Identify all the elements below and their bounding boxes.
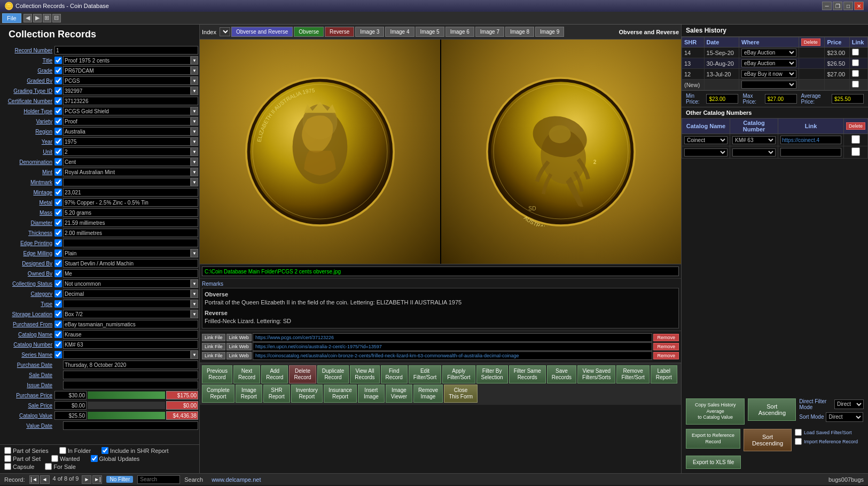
field-checkbox-certificate-number[interactable] <box>54 97 62 105</box>
sort-mode-select[interactable]: Direct <box>826 412 863 422</box>
field-dropdown-category[interactable]: ▼ <box>191 289 198 298</box>
catalog-link-input-1[interactable] <box>780 136 841 144</box>
field-checkbox-diameter[interactable] <box>54 219 62 226</box>
toolbar-icon-4[interactable]: ⊟ <box>52 14 61 22</box>
price-val2-sale[interactable] <box>166 401 198 410</box>
sort-ascending-button[interactable]: SortAscending <box>748 398 796 421</box>
remove-filter-sort-button[interactable]: RemoveFilter/Sort <box>616 365 649 383</box>
field-checkbox-title[interactable] <box>54 57 62 64</box>
insurance-report-button[interactable]: InsuranceReport <box>324 385 357 403</box>
field-checkbox-mintage[interactable] <box>54 189 62 196</box>
checkbox-in-folder[interactable] <box>59 447 66 454</box>
field-label-diameter[interactable]: Diameter <box>1 220 54 226</box>
field-label-holder-type[interactable]: Holder Type <box>1 108 54 114</box>
field-checkbox-graded-by[interactable] <box>54 77 62 84</box>
where-dropdown-new[interactable] <box>741 81 796 89</box>
link-check-14[interactable] <box>852 49 859 56</box>
where-dropdown-12[interactable]: eBay Buy it now <box>741 70 796 78</box>
field-label-series-name[interactable]: Series Name <box>1 352 54 358</box>
field-checkbox-grading-type-id[interactable] <box>54 87 62 95</box>
field-value-issue-date[interactable] <box>63 381 198 389</box>
duplicate-record-button[interactable]: DuplicateRecord <box>317 365 349 383</box>
tab-image4[interactable]: Image 4 <box>385 27 414 37</box>
field-value-title[interactable] <box>63 56 191 65</box>
sales-delete-btn[interactable]: Delete <box>801 38 820 46</box>
field-label-collecting-status[interactable]: Collecting Status <box>1 281 54 287</box>
inventory-report-button[interactable]: InventoryReport <box>291 385 323 403</box>
field-dropdown-collecting-status[interactable]: ▼ <box>191 279 198 288</box>
remove-link-btn-1[interactable]: Remove <box>653 334 679 341</box>
field-label-region[interactable]: Region <box>1 129 54 135</box>
insert-image-button[interactable]: InsertImage <box>358 385 385 403</box>
field-value-sale-date[interactable] <box>63 371 198 379</box>
nav-prev-button[interactable]: ◄ <box>40 475 50 484</box>
close-button[interactable]: ✕ <box>854 2 864 10</box>
field-label-mintage[interactable]: Mintage <box>1 190 54 195</box>
filter-same-records-button[interactable]: Filter SameRecords <box>509 365 546 383</box>
complete-report-button[interactable]: CompleteReport <box>202 385 234 403</box>
field-checkbox-metal[interactable] <box>54 199 62 206</box>
apply-filter-sort-button[interactable]: ApplyFilter/Sort <box>442 365 475 383</box>
field-value-mass[interactable] <box>63 208 198 217</box>
filter-by-selection-button[interactable]: Filter BySelection <box>476 365 508 383</box>
sort-descending-button[interactable]: SortDescending <box>744 429 792 451</box>
price-val1-purchase[interactable] <box>54 391 87 399</box>
field-label-sale-date[interactable]: Sale Date <box>1 372 54 378</box>
field-value-edge-printing[interactable] <box>63 239 198 247</box>
field-value-mint[interactable] <box>63 168 191 176</box>
field-value-catalog-number[interactable] <box>63 340 198 349</box>
field-value-thickness[interactable] <box>63 229 198 237</box>
catalog-link-check-2[interactable] <box>846 147 865 156</box>
field-dropdown-series-name[interactable]: ▼ <box>191 350 198 359</box>
field-checkbox-mintmark[interactable] <box>54 178 62 186</box>
add-record-button[interactable]: AddRecord <box>261 365 288 383</box>
tab-image8[interactable]: Image 8 <box>505 27 534 37</box>
catalog-delete-header-btn[interactable]: Delete <box>846 122 865 130</box>
image-viewer-button[interactable]: ImageViewer <box>386 385 412 403</box>
field-dropdown-grading-type-id[interactable]: ▼ <box>191 87 198 95</box>
where-dropdown-13[interactable]: eBay Auction <box>741 59 796 67</box>
field-label-variety[interactable]: Variety <box>1 119 54 124</box>
view-all-records-button[interactable]: View AllRecords <box>350 365 379 383</box>
field-value-metal[interactable] <box>63 198 198 207</box>
field-value-category[interactable] <box>63 289 191 298</box>
maximize-button[interactable]: ❐ <box>833 2 842 10</box>
field-checkbox-variety[interactable] <box>54 117 62 125</box>
checkbox-for-sale[interactable] <box>45 463 52 470</box>
where-dropdown-14[interactable]: eBay Auction <box>741 49 796 57</box>
link-check-new[interactable] <box>852 81 859 88</box>
find-record-button[interactable]: FindRecord <box>381 365 408 383</box>
maximize-button2[interactable]: □ <box>843 2 853 10</box>
field-checkbox-edge-milling[interactable] <box>54 249 62 257</box>
field-label-designed-by[interactable]: Designed By <box>1 261 54 266</box>
nav-next-button[interactable]: ► <box>82 475 91 484</box>
catalog-number-select-1[interactable]: KM# 63 <box>732 136 776 144</box>
field-checkbox-holder-type[interactable] <box>54 107 62 115</box>
link-url-3[interactable] <box>253 351 653 360</box>
max-price-val[interactable] <box>765 94 797 104</box>
link-web-btn-1[interactable]: Link Web <box>226 334 252 341</box>
catalog-link-input-2[interactable] <box>780 148 841 156</box>
field-value-graded-by[interactable] <box>63 76 191 85</box>
field-checkbox-collecting-status[interactable] <box>54 280 62 287</box>
checkbox-part-of-set[interactable] <box>4 455 11 462</box>
field-label-metal[interactable]: Metal <box>1 200 54 206</box>
avg-price-val[interactable] <box>832 94 864 104</box>
image-report-button[interactable]: ImageReport <box>236 385 262 403</box>
remove-image-button[interactable]: RemoveImage <box>413 385 443 403</box>
field-label-denomination[interactable]: Denomination <box>1 159 54 165</box>
catalog-number-select-2[interactable] <box>732 148 776 156</box>
tab-image6[interactable]: Image 6 <box>445 27 474 37</box>
view-saved-filters-button[interactable]: View SavedFilters/Sorts <box>577 365 615 383</box>
field-checkbox-catalog-name[interactable] <box>54 331 62 338</box>
field-checkbox-thickness[interactable] <box>54 229 62 237</box>
field-label-year[interactable]: Year <box>1 139 54 145</box>
checkbox-include-shr[interactable] <box>101 447 108 454</box>
filepath-input[interactable] <box>202 266 679 276</box>
label-report-button[interactable]: LabelReport <box>651 365 677 383</box>
save-records-button[interactable]: SaveRecords <box>547 365 576 383</box>
field-value-collecting-status[interactable] <box>63 279 191 288</box>
load-saved-checkbox[interactable] <box>795 429 802 436</box>
field-checkbox-mint[interactable] <box>54 168 62 176</box>
toolbar-icon-2[interactable]: ▶ <box>33 14 42 22</box>
